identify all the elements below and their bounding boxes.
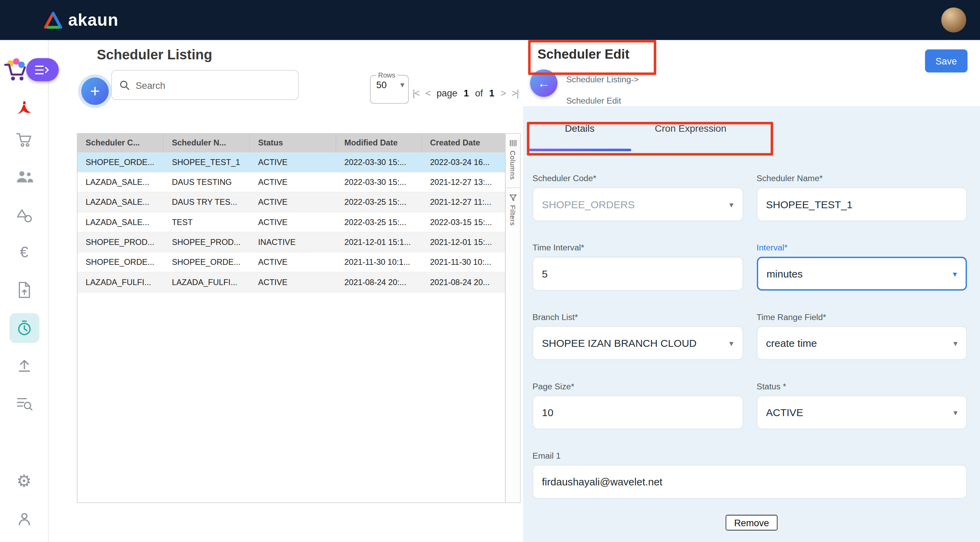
akaun-logo-icon bbox=[44, 12, 63, 29]
breadcrumb-listing[interactable]: Scheduler Listing-> bbox=[566, 75, 639, 84]
first-page-button[interactable]: |< bbox=[412, 87, 419, 98]
sidebar-item-upload[interactable] bbox=[0, 351, 48, 380]
cell-scheduler-name: DAUS TRY TES... bbox=[164, 192, 250, 211]
rows-legend: Rows bbox=[376, 72, 397, 79]
brand-name: akaun bbox=[68, 10, 119, 30]
table-row[interactable]: LAZADA_SALE... DAUS TESTING ACTIVE 2022-… bbox=[78, 173, 506, 192]
sidebar-item-finance[interactable]: € bbox=[0, 237, 48, 267]
cell-created-date: 2021-08-24 20... bbox=[422, 272, 506, 292]
caret-down-icon: ▾ bbox=[401, 80, 404, 89]
search-input[interactable] bbox=[135, 79, 298, 91]
cell-created-date: 2021-12-27 11:... bbox=[422, 192, 506, 211]
menu-expand-icon bbox=[26, 58, 59, 81]
cell-status: ACTIVE bbox=[250, 173, 336, 192]
sidebar-item-cart[interactable] bbox=[0, 125, 48, 155]
search-box bbox=[111, 70, 299, 100]
status-select[interactable]: ACTIVE ▾ bbox=[757, 396, 967, 429]
page-number[interactable]: 1 bbox=[464, 87, 469, 98]
filters-tool[interactable]: Filters bbox=[506, 188, 520, 233]
sidebar-item-scheduler[interactable] bbox=[0, 313, 48, 343]
table-header-cell[interactable]: Scheduler N... bbox=[164, 134, 250, 153]
editor-header: Scheduler Edit Save ← Scheduler Listing-… bbox=[523, 40, 980, 106]
brand[interactable]: akaun bbox=[44, 0, 119, 40]
cell-modified-date: 2022-03-30 15:... bbox=[336, 152, 422, 172]
table-body: SHOPEE_ORDE... SHOPEE_TEST_1 ACTIVE 2022… bbox=[78, 152, 520, 292]
search-icon bbox=[119, 80, 129, 90]
add-scheduler-button[interactable]: + bbox=[81, 78, 109, 105]
table-header-cell[interactable]: Created Date bbox=[422, 134, 506, 153]
time-range-select[interactable]: create time ▾ bbox=[757, 326, 967, 360]
scheduler-name-label: Scheduler Name* bbox=[757, 173, 967, 184]
sidebar-item-contacts[interactable] bbox=[0, 162, 48, 192]
status-label: Status * bbox=[757, 382, 967, 392]
cell-created-date: 2021-12-01 15:... bbox=[422, 232, 506, 252]
prev-page-button[interactable]: < bbox=[425, 87, 430, 98]
sidebar-item-account[interactable] bbox=[0, 504, 48, 533]
cell-modified-date: 2021-12-01 15:1... bbox=[336, 232, 422, 252]
scheduler-listing-panel: Scheduler Listing + Rows 50 ▾ |< < page … bbox=[48, 40, 523, 542]
sidebar-item-import[interactable] bbox=[0, 275, 48, 305]
scheduler-name-input[interactable]: SHOPEE_TEST_1 bbox=[757, 187, 967, 221]
cell-modified-date: 2022-03-30 15:... bbox=[336, 173, 422, 192]
sidebar-item-settings[interactable]: ⚙ bbox=[0, 466, 48, 496]
table-row[interactable]: LAZADA_SALE... DAUS TRY TES... ACTIVE 20… bbox=[78, 192, 506, 212]
sidebar-item-audit-search[interactable] bbox=[0, 389, 48, 418]
cart-sticker-icon bbox=[2, 56, 30, 83]
table-header-cell[interactable]: Scheduler C... bbox=[78, 134, 164, 153]
interval-select[interactable]: minutes ▾ bbox=[757, 257, 967, 291]
columns-icon bbox=[509, 139, 517, 147]
cell-scheduler-code: LAZADA_FULFI... bbox=[78, 272, 164, 292]
of-label: of bbox=[475, 87, 483, 98]
cell-scheduler-name: TEST bbox=[164, 212, 250, 232]
sidebar-item-reports[interactable] bbox=[0, 93, 48, 122]
scheduler-name-value: SHOPEE_TEST_1 bbox=[766, 198, 852, 210]
table-header-cell[interactable]: Status bbox=[250, 134, 336, 153]
table-row[interactable]: SHOPEE_ORDE... SHOPEE_TEST_1 ACTIVE 2022… bbox=[78, 152, 506, 172]
back-button[interactable]: ← bbox=[530, 69, 558, 97]
user-avatar[interactable] bbox=[941, 8, 966, 33]
cell-scheduler-name: DAUS TESTING bbox=[164, 173, 250, 192]
caret-down-icon: ▾ bbox=[730, 200, 733, 209]
app: akaun bbox=[0, 0, 980, 542]
branch-list-select[interactable]: SHOPEE IZAN BRANCH CLOUD ▾ bbox=[533, 326, 743, 360]
tab-cron-expression[interactable]: Cron Expression bbox=[632, 106, 750, 151]
table-row[interactable]: LAZADA_SALE... TEST ACTIVE 2022-03-25 15… bbox=[78, 212, 506, 232]
gear-icon: ⚙ bbox=[16, 473, 32, 490]
breadcrumb-edit[interactable]: Scheduler Edit bbox=[566, 96, 621, 106]
email1-input[interactable]: firdaushayali@wavelet.net bbox=[533, 465, 967, 498]
table-row[interactable]: SHOPEE_ORDE... SHOPEE_ORDE... ACTIVE 202… bbox=[78, 253, 506, 272]
table-row[interactable]: LAZADA_FULFI... LAZADA_FULFI... ACTIVE 2… bbox=[78, 272, 506, 292]
email1-label: Email 1 bbox=[533, 451, 967, 461]
time-interval-input[interactable]: 5 bbox=[533, 257, 743, 291]
total-pages: 1 bbox=[489, 87, 495, 98]
save-button[interactable]: Save bbox=[925, 49, 967, 72]
tab-details[interactable]: Details bbox=[528, 106, 632, 151]
page-size-input[interactable]: 10 bbox=[533, 396, 743, 429]
cell-scheduler-code: SHOPEE_ORDE... bbox=[78, 152, 164, 172]
table-row[interactable]: SHOPEE_PROD... SHOPEE_PROD... INACTIVE 2… bbox=[78, 232, 506, 253]
field-scheduler-name: Scheduler Name* SHOPEE_TEST_1 bbox=[757, 173, 967, 221]
sidebar: € bbox=[0, 40, 49, 542]
scheduler-form: Scheduler Code* SHOPEE_ORDERS ▾ Schedule… bbox=[533, 173, 967, 498]
cell-status: ACTIVE bbox=[250, 253, 336, 272]
page-size-value: 10 bbox=[542, 407, 553, 418]
sidebar-item-products[interactable] bbox=[0, 201, 48, 230]
columns-tool[interactable]: Columns bbox=[506, 134, 520, 188]
table-header-cell[interactable]: Modified Date bbox=[336, 134, 422, 153]
rows-per-page-select[interactable]: Rows 50 ▾ bbox=[370, 72, 409, 104]
field-page-size: Page Size* 10 bbox=[533, 382, 743, 429]
branch-list-label: Branch List* bbox=[533, 313, 743, 323]
field-scheduler-code: Scheduler Code* SHOPEE_ORDERS ▾ bbox=[533, 173, 743, 221]
cell-modified-date: 2022-03-25 15:... bbox=[336, 192, 422, 211]
cell-status: ACTIVE bbox=[250, 272, 336, 292]
menu-toggle-button[interactable] bbox=[2, 56, 59, 83]
shapes-icon bbox=[16, 208, 32, 223]
cell-status: INACTIVE bbox=[250, 232, 336, 252]
next-page-button[interactable]: > bbox=[501, 87, 506, 98]
table-header: Scheduler C... Scheduler N... Status Mod… bbox=[78, 134, 506, 153]
last-page-button[interactable]: >| bbox=[512, 87, 518, 98]
scheduler-code-select[interactable]: SHOPEE_ORDERS ▾ bbox=[533, 187, 743, 221]
remove-button[interactable]: Remove bbox=[725, 515, 778, 531]
page-title: Scheduler Listing bbox=[97, 47, 212, 63]
rows-value: 50 bbox=[376, 79, 387, 90]
